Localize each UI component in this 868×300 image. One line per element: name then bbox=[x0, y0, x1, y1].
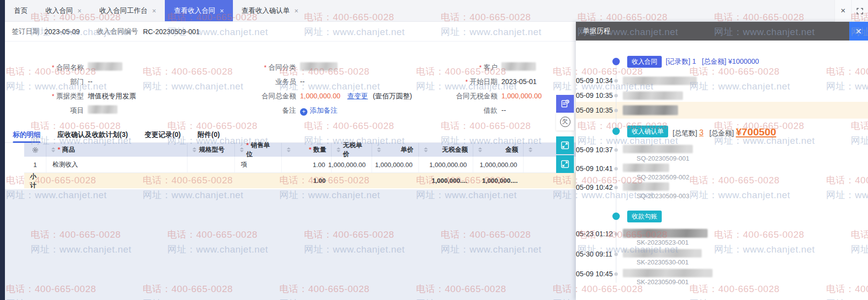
col-price-notax: 无税单价 bbox=[332, 143, 372, 157]
left-edge-strip bbox=[0, 0, 5, 300]
contract-category-value bbox=[300, 62, 338, 71]
tab-income-contract[interactable]: 收入合同 × bbox=[37, 0, 90, 21]
cell-amount: 1,000,000.00 bbox=[473, 157, 524, 172]
tab-subject-detail[interactable]: 标的明细 bbox=[13, 128, 40, 143]
tab-label: 首页 bbox=[14, 6, 28, 15]
contract-name-value bbox=[88, 62, 122, 71]
timeline-dot bbox=[614, 109, 618, 112]
tab-label: 查看收入确认单 bbox=[242, 6, 290, 15]
redacted-text bbox=[623, 105, 678, 115]
timeline-time: 05-09 10:35 bbox=[576, 106, 611, 114]
tab-close-icon[interactable]: × bbox=[152, 7, 156, 14]
sort-icon[interactable] bbox=[240, 147, 244, 152]
fullscreen-icon[interactable] bbox=[851, 0, 868, 22]
arrears-button[interactable]: 欠 bbox=[556, 113, 574, 130]
project-value bbox=[88, 105, 117, 114]
doc-history-button[interactable] bbox=[556, 95, 574, 113]
cell-product: 检测收入 bbox=[46, 157, 188, 172]
detail-table: *商品 规格型号 *销售单位 *数量 无税单价 单价 无税金额 金额 税率 1 … bbox=[24, 143, 576, 188]
timeline-time: 05-09 10:35 bbox=[576, 91, 611, 99]
remark-value: +添加备注 bbox=[300, 106, 338, 116]
panel-header: 单据历程 ✕ bbox=[576, 22, 868, 41]
start-date-value: 2023-05-01 bbox=[501, 78, 537, 86]
cell-amount-notax: 1,000,000.00 bbox=[419, 157, 473, 172]
loan-label: 借款 bbox=[395, 106, 497, 115]
contract-name-label: *合同名称 bbox=[11, 63, 84, 72]
expand-button-2[interactable] bbox=[556, 155, 574, 173]
bill-type-label: *票据类型 bbox=[11, 92, 84, 101]
subtotal-amount: 1,000,000.... bbox=[473, 173, 524, 188]
close-icon[interactable]: × bbox=[834, 0, 851, 22]
gear-icon[interactable] bbox=[24, 143, 46, 157]
timeline-time: 05-23 01:12 bbox=[576, 230, 611, 238]
loan-value: -- bbox=[501, 106, 506, 114]
tab-close-icon[interactable]: × bbox=[77, 7, 81, 14]
close-icon: ✕ bbox=[855, 27, 862, 36]
tab-receivable-plan[interactable]: 应收确认及收款计划(3) bbox=[57, 128, 128, 143]
tab-view-income-confirm[interactable]: 查看收入确认单 × bbox=[233, 0, 307, 21]
sort-icon[interactable] bbox=[478, 147, 482, 152]
timeline-time: 05-09 10:45 bbox=[576, 270, 611, 278]
add-remark-link[interactable]: 添加备注 bbox=[310, 106, 338, 114]
sort-icon[interactable] bbox=[424, 147, 428, 152]
redacted-text bbox=[623, 229, 708, 238]
cell-qty: 1.00 bbox=[282, 157, 332, 172]
sort-icon[interactable] bbox=[51, 147, 55, 152]
confirm-count-link[interactable]: 3 bbox=[699, 129, 704, 137]
expand-icon bbox=[560, 159, 570, 169]
confirm-amount-link[interactable]: ¥700500 bbox=[736, 126, 776, 137]
timeline-dot bbox=[614, 148, 618, 152]
dept-label: 部门 bbox=[11, 78, 84, 86]
tab-view-income-contract[interactable]: 查看收入合同 × bbox=[165, 0, 232, 21]
total-amount: 1,000,000.00 bbox=[300, 92, 340, 100]
doc-number: SK-20230523-001 bbox=[637, 239, 689, 246]
timeline-dot bbox=[614, 232, 618, 236]
subtotal-row: 小计 1.00 1,000,000.... 1,000,000.... bbox=[24, 173, 576, 188]
subtotal-qty: 1.00 bbox=[282, 173, 332, 188]
contract-no-value: RC-20230509-001 bbox=[143, 28, 200, 36]
remark-label: 备注 bbox=[202, 106, 296, 115]
tab-label: 收入合同 bbox=[45, 6, 73, 15]
redacted-text bbox=[623, 164, 669, 172]
tab-close-icon[interactable]: × bbox=[295, 7, 299, 14]
tab-income-contract-workbench[interactable]: 收入合同工作台 × bbox=[90, 0, 165, 21]
doc-history-panel: 单据历程 ✕ 收入合同 [记录数] 1 [总金额] ¥1000000 05-09… bbox=[576, 22, 868, 300]
redacted-text bbox=[623, 91, 683, 100]
timeline-time: 05-09 10:34 bbox=[576, 77, 611, 85]
timeline-group-dot bbox=[612, 128, 620, 135]
tab-attachments[interactable]: 附件(0) bbox=[197, 128, 220, 143]
sort-icon[interactable] bbox=[528, 147, 532, 152]
doc-number: SQ-20230509-001 bbox=[637, 155, 689, 162]
timeline-time: 05-09 10:42 bbox=[576, 183, 611, 191]
view-change-link[interactable]: 查变更 bbox=[347, 92, 368, 100]
detail-tab-strip: 标的明细 应收确认及收款计划(3) 变更记录(0) 附件(0) bbox=[5, 128, 576, 143]
panel-body: 收入合同 [记录数] 1 [总金额] ¥1000000 05-09 10:34 … bbox=[576, 41, 868, 300]
timeline-highlight-row bbox=[576, 102, 868, 119]
dept-value: -- bbox=[88, 78, 92, 86]
sort-icon[interactable] bbox=[192, 147, 196, 152]
tab-change-log[interactable]: 变更记录(0) bbox=[145, 128, 181, 143]
group2-stats: [总笔数] 3 [总金额] ¥700500 bbox=[673, 126, 776, 138]
sign-date-value: 2023-05-09 bbox=[44, 28, 80, 36]
timeline-dot bbox=[614, 94, 618, 97]
timeline-dot bbox=[614, 167, 618, 171]
timeline-group-dot bbox=[612, 58, 620, 65]
sort-icon[interactable] bbox=[287, 147, 291, 152]
tab-close-icon[interactable]: × bbox=[220, 7, 224, 14]
sort-icon[interactable] bbox=[377, 147, 381, 152]
notax-amount-value: 1,000,000.00 bbox=[501, 92, 542, 100]
timeline-dot bbox=[614, 79, 618, 83]
contract-detail-card: *合同名称 *合同分类 *客户 部门 -- 业务员 -- *开始日期 2023-… bbox=[5, 42, 576, 189]
tab-home[interactable]: 首页 bbox=[5, 0, 37, 21]
doc-number: SK-20230509-001 bbox=[637, 278, 689, 286]
expand-button-1[interactable] bbox=[556, 136, 574, 154]
customer-label: *客户 bbox=[395, 63, 497, 72]
badge-income-confirm: 收入确认单 bbox=[627, 126, 668, 137]
contract-category-label: *合同分类 bbox=[202, 63, 296, 72]
sort-icon[interactable] bbox=[337, 147, 340, 152]
project-label: 项目 bbox=[11, 106, 84, 115]
col-amount-notax: 无税金额 bbox=[419, 143, 473, 157]
table-row: 1 检测收入 项 1.00 1,000,000.00 1,000,000.00 … bbox=[24, 157, 576, 173]
timeline-time: 05-09 10:41 bbox=[576, 165, 611, 172]
panel-close-button[interactable]: ✕ bbox=[849, 22, 868, 41]
